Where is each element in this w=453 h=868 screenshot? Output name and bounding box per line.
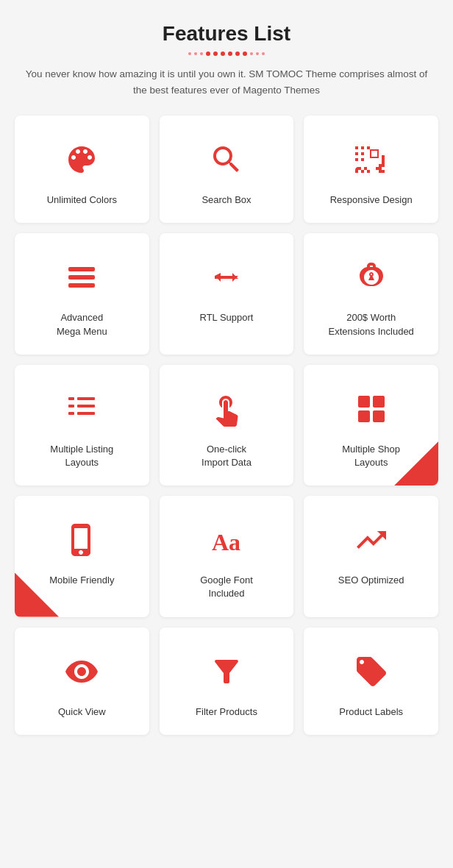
feature-label: SEO Optimized	[338, 574, 404, 587]
dot	[206, 51, 210, 56]
features-grid: Unlimited Colors Search Box Responsive D…	[15, 115, 438, 735]
decorative-dots	[15, 51, 438, 56]
dot	[194, 52, 197, 55]
feature-label: Multiple ListingLayouts	[50, 443, 113, 469]
svg-rect-7	[77, 405, 95, 408]
dot	[256, 52, 259, 55]
dot	[235, 51, 240, 56]
filter-icon	[204, 650, 249, 694]
page-wrapper: Features List You never know how amazing…	[0, 0, 453, 764]
feature-card-one-click-import: One-clickImport Data	[160, 365, 294, 485]
feature-card-product-labels: Product Labels	[304, 627, 438, 735]
seo-icon	[349, 518, 393, 562]
svg-rect-3	[68, 397, 74, 400]
svg-rect-2	[68, 283, 95, 288]
feature-label: Multiple ShopLayouts	[342, 443, 400, 469]
feature-card-quick-view: Quick View	[15, 627, 149, 735]
feature-card-responsive-design: Responsive Design	[304, 115, 438, 223]
dot	[221, 51, 225, 56]
feature-label: Unlimited Colors	[47, 193, 117, 207]
svg-rect-0	[68, 267, 95, 271]
feature-card-mobile-friendly: Mobile Friendly	[15, 496, 149, 616]
feature-label: Mobile Friendly	[49, 574, 114, 587]
listing-icon	[60, 387, 104, 431]
header: Features List You never know how amazing…	[15, 22, 438, 98]
svg-rect-10	[373, 396, 385, 408]
feature-card-200s-worth: 200$ WorthExtensions Included	[304, 233, 438, 354]
search-icon	[204, 138, 249, 182]
feature-card-search-box: Search Box	[160, 115, 294, 223]
feature-label: Quick View	[58, 705, 106, 719]
dot	[243, 51, 247, 56]
palette-icon	[60, 138, 104, 182]
feature-card-google-font: Aa Google FontIncluded	[160, 496, 294, 616]
dot	[200, 52, 203, 55]
feature-label: Filter Products	[196, 705, 257, 719]
feature-label: Responsive Design	[330, 193, 413, 207]
touch-icon	[204, 387, 249, 431]
dot	[213, 51, 218, 56]
svg-rect-4	[68, 405, 74, 408]
feature-card-rtl-support: RTL Support	[160, 233, 294, 354]
feature-label: Google FontIncluded	[200, 574, 253, 600]
eye-icon	[60, 650, 104, 694]
svg-rect-1	[68, 275, 95, 280]
feature-label: AdvancedMega Menu	[57, 311, 107, 338]
header-description: You never know how amazing it is until y…	[21, 66, 432, 98]
feature-card-unlimited-colors: Unlimited Colors	[15, 115, 149, 223]
feature-card-multiple-shop: Multiple ShopLayouts	[304, 365, 438, 485]
dot	[262, 52, 265, 55]
feature-label: Product Labels	[339, 705, 403, 719]
svg-rect-8	[77, 412, 95, 415]
feature-label: 200$ WorthExtensions Included	[328, 311, 413, 338]
rtl-icon	[204, 255, 249, 299]
menu-icon	[60, 255, 104, 299]
feature-label: One-clickImport Data	[201, 443, 252, 469]
svg-rect-9	[358, 396, 370, 408]
feature-card-seo-optimized: SEO Optimized	[304, 496, 438, 616]
feature-card-advanced-mega-menu: AdvancedMega Menu	[15, 233, 149, 354]
feature-card-filter-products: Filter Products	[160, 627, 294, 735]
svg-rect-6	[77, 397, 95, 400]
font-icon: Aa	[204, 518, 249, 562]
feature-label: RTL Support	[199, 311, 253, 324]
moneybag-icon	[349, 255, 393, 299]
page-title: Features List	[15, 22, 438, 46]
dot	[188, 52, 191, 55]
dot	[228, 51, 232, 56]
tag-icon	[349, 650, 393, 694]
svg-text:Aa: Aa	[212, 529, 240, 555]
dot	[250, 52, 253, 55]
shopgrid-icon	[349, 387, 393, 431]
feature-card-multiple-listing: Multiple ListingLayouts	[15, 365, 149, 485]
responsive-icon	[349, 138, 393, 182]
feature-label: Search Box	[201, 193, 251, 207]
svg-rect-5	[68, 412, 74, 415]
svg-rect-11	[358, 410, 370, 422]
mobile-icon	[60, 518, 104, 562]
svg-rect-12	[373, 410, 385, 422]
